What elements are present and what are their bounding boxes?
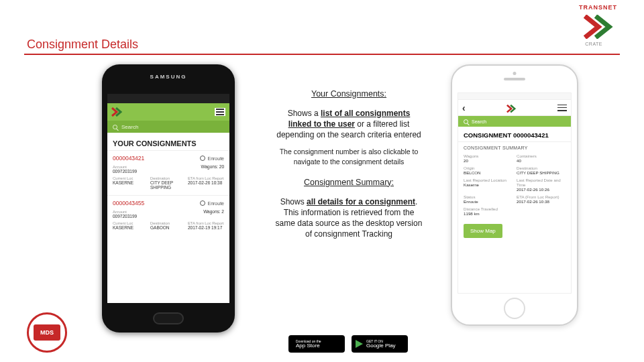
hamburger-icon[interactable] bbox=[215, 108, 225, 116]
apple-appstore-button[interactable]: Download on theApp Store bbox=[288, 335, 345, 353]
ios-statusbar bbox=[458, 93, 571, 100]
section-subtext-1: The consignment number is also clickable… bbox=[275, 147, 423, 166]
consignment-number-link[interactable]: 0000043421 bbox=[113, 155, 144, 162]
search-bar[interactable]: Search bbox=[107, 121, 229, 133]
summary-subheader: CONSIGNMENT SUMMARY bbox=[458, 142, 571, 152]
consignment-card[interactable]: 0000043421Enroute Account0097203199Wagon… bbox=[107, 150, 229, 195]
brand-sub: CRATE bbox=[585, 42, 602, 46]
mds-badge-icon: MDS bbox=[27, 312, 67, 353]
iphone-camera bbox=[513, 72, 517, 75]
search-icon bbox=[464, 119, 468, 124]
consignment-title: CONSIGNMENT 0000043421 bbox=[458, 127, 571, 142]
summary-row: StatusEnrouteETA (From Loc Report)2017-0… bbox=[458, 193, 571, 205]
back-icon[interactable]: ‹ bbox=[462, 103, 466, 113]
status-badge: Enroute bbox=[200, 156, 224, 161]
list-header: YOUR CONSIGNMENTS bbox=[107, 133, 229, 150]
samsung-label: SAMSUNG bbox=[102, 74, 235, 80]
consignment-number-link[interactable]: 0000043455 bbox=[113, 200, 144, 206]
app-logo-icon bbox=[506, 104, 516, 112]
section-para-1: Shows a list of all consignments linked … bbox=[275, 108, 423, 141]
iphone-home-button[interactable] bbox=[504, 298, 525, 319]
iphone-mock: ‹ Search CONSIGNMENT 0000043421 CONSIGNM… bbox=[451, 64, 578, 326]
title-rule bbox=[24, 54, 620, 55]
search-icon bbox=[113, 125, 117, 129]
summary-row: Distance Travelled1198 km bbox=[458, 205, 571, 217]
iphone-speaker bbox=[504, 78, 525, 80]
summary-row: Wagons20Containers40 bbox=[458, 152, 571, 164]
android-appbar bbox=[107, 103, 229, 121]
android-phone-mock: SAMSUNG Search YOUR CONSIGNMENTS 0000043… bbox=[102, 64, 235, 333]
consignment-card[interactable]: 0000043455Enroute Account0097203199Wagon… bbox=[107, 195, 229, 235]
hamburger-icon[interactable] bbox=[557, 105, 567, 111]
section-heading-1: Your Consignments: bbox=[275, 88, 423, 100]
show-map-button[interactable]: Show Map bbox=[464, 224, 502, 238]
app-store-badges: Download on theApp Store GET IT ONGoogle… bbox=[288, 335, 408, 353]
android-home-button[interactable] bbox=[153, 312, 184, 324]
section-para-2: Shows all details for a consignment. Thi… bbox=[275, 196, 423, 240]
search-bar[interactable]: Search bbox=[458, 116, 571, 127]
section-heading-2: Consignment Summary: bbox=[275, 177, 423, 188]
summary-row: OriginBELCONDestinationCITY DEEP SHIPPIN… bbox=[458, 164, 571, 176]
brand-name: TRANSNET bbox=[579, 4, 617, 11]
play-icon bbox=[356, 340, 363, 348]
page-title: Consignment Details bbox=[27, 38, 138, 52]
description-column: Your Consignments: Shows a list of all c… bbox=[275, 88, 423, 246]
android-statusbar bbox=[107, 94, 229, 103]
summary-row: Last Reported LocationKaserneLast Report… bbox=[458, 176, 571, 193]
status-badge: Enroute bbox=[200, 200, 224, 206]
app-logo-icon bbox=[111, 107, 122, 117]
chevron-logo-icon bbox=[584, 15, 613, 39]
ios-appbar: ‹ bbox=[458, 100, 571, 116]
google-play-button[interactable]: GET IT ONGoogle Play bbox=[352, 335, 408, 353]
